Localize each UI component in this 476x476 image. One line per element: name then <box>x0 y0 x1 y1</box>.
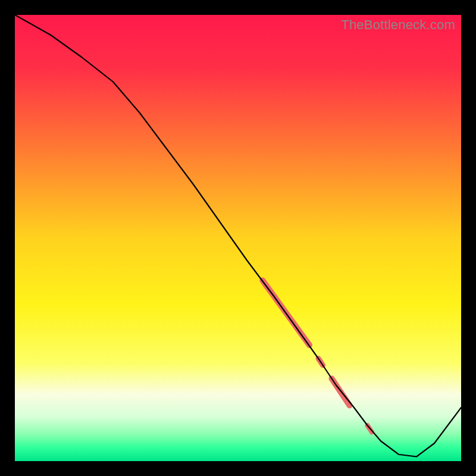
watermark-text: TheBottleneck.com <box>341 17 455 33</box>
chart-svg <box>15 15 461 461</box>
chart-frame: TheBottleneck.com <box>15 15 461 461</box>
gradient-background <box>15 15 461 461</box>
